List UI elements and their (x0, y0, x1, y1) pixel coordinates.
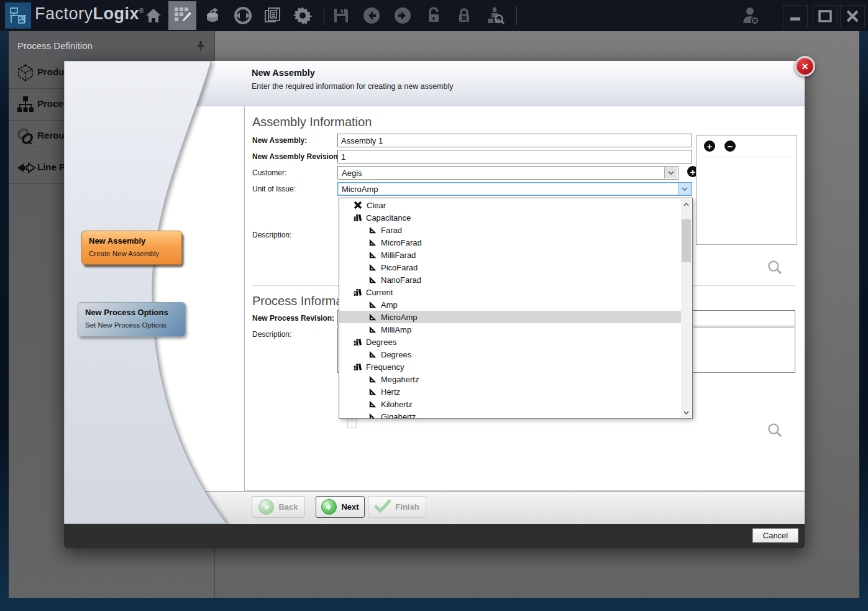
product-cube-icon (16, 63, 35, 82)
unit-icon (367, 349, 377, 359)
nav-forward-icon[interactable] (391, 5, 414, 26)
dropdown-item[interactable]: Capacitance (339, 211, 682, 224)
search-icon[interactable] (767, 259, 783, 275)
pin-icon[interactable] (194, 40, 207, 52)
scrollbar-thumb[interactable] (682, 219, 691, 262)
dropdown-item-label: Current (366, 288, 393, 297)
maximize-icon[interactable] (813, 5, 838, 27)
minimize-icon[interactable] (783, 5, 808, 27)
step-title: New Assembly (89, 236, 145, 246)
new-assembly-revision-input[interactable] (337, 150, 692, 163)
assembly-description-label: Description: (252, 231, 291, 239)
new-assembly-revision-label: New Assembly Revision: (252, 152, 340, 161)
customer-combobox[interactable]: Aegis (337, 166, 678, 180)
dropdown-scrollbar[interactable] (681, 199, 692, 418)
title-bar: FactoryLogix® (0, 0, 868, 31)
step-subtitle: Set New Process Options (85, 321, 167, 329)
scroll-down-icon[interactable] (681, 407, 692, 418)
unit-icon (367, 250, 377, 260)
home-icon[interactable] (142, 5, 165, 26)
wizard-title: New Assembly (252, 68, 315, 78)
unit-icon (367, 411, 377, 419)
unit-of-issue-label: Unit of Issue: (252, 185, 296, 193)
finish-button[interactable]: Finish (368, 496, 426, 518)
dropdown-item-label: MicroFarad (381, 238, 422, 247)
chevron-down-icon[interactable] (664, 167, 677, 178)
back-button[interactable]: Back (252, 496, 305, 518)
dropdown-item[interactable]: MilliFarad (339, 249, 682, 261)
customer-label: Customer: (252, 168, 286, 177)
dropdown-item-label: MicroAmp (381, 313, 418, 322)
dropdown-item[interactable]: Amp (339, 298, 682, 311)
unlock-icon[interactable] (423, 5, 445, 26)
dropdown-item-label: Megahertz (381, 375, 419, 384)
cancel-button[interactable]: Cancel (752, 528, 798, 543)
wizard-button-bar (64, 491, 805, 525)
wizard-footer-bar (64, 524, 805, 548)
user-logout-icon[interactable] (739, 5, 762, 26)
unit-icon (367, 374, 377, 384)
dropdown-item[interactable]: Frequency (339, 361, 682, 373)
unit-icon (367, 275, 377, 285)
settings-gear-icon[interactable] (291, 5, 314, 26)
dropdown-item-label: Farad (381, 226, 402, 235)
dialog-close-icon[interactable]: ✕ (795, 56, 815, 76)
search-icon[interactable] (767, 422, 783, 438)
dropdown-item[interactable]: Hertz (339, 385, 682, 398)
dropdown-item-label: Degrees (366, 338, 396, 347)
back-arrow-icon (258, 499, 274, 515)
scroll-up-icon[interactable] (681, 199, 692, 209)
unit-category-icon (352, 337, 362, 347)
dropdown-item-label: Degrees (381, 350, 411, 359)
dropdown-item[interactable]: Megahertz (339, 373, 682, 385)
dropdown-item[interactable]: Clear (339, 199, 682, 211)
chevron-down-icon[interactable] (678, 183, 691, 195)
assembly-information-title: Assembly Information (252, 115, 372, 129)
wizard-step-new-process-options[interactable]: New Process Options Set New Process Opti… (78, 302, 186, 337)
dropdown-item[interactable]: MicroFarad (339, 236, 682, 249)
sync-icon[interactable] (232, 5, 254, 26)
dropdown-item[interactable]: Degrees (339, 336, 682, 348)
process-tree-icon (16, 95, 35, 114)
wizard-step-new-assembly[interactable]: New Assembly Create New Assembly (81, 231, 182, 265)
dropdown-item-label: Gigahertz (381, 412, 416, 420)
dropdown-item[interactable]: Farad (339, 224, 682, 236)
dropdown-item[interactable]: Gigahertz (339, 410, 682, 419)
dropdown-item-label: PicoFarad (381, 263, 418, 272)
add-item-button[interactable]: + (704, 140, 715, 152)
dropdown-item[interactable]: Current (339, 286, 682, 298)
nav-back-icon[interactable] (360, 5, 383, 26)
dropdown-item[interactable]: MicroAmp (339, 311, 682, 323)
dropdown-item[interactable]: NanoFarad (339, 273, 682, 286)
materials-icon[interactable] (201, 5, 224, 26)
process-design-icon[interactable] (171, 5, 194, 26)
next-button[interactable]: Next (316, 496, 365, 518)
documents-icon[interactable] (262, 5, 284, 26)
close-icon[interactable] (840, 5, 865, 27)
checkbox[interactable] (347, 419, 357, 428)
unit-of-issue-combobox[interactable]: MicroAmp (337, 182, 692, 196)
dropdown-item-label: NanoFarad (381, 275, 421, 285)
remove-item-button[interactable]: − (724, 140, 736, 152)
process-search-icon[interactable] (484, 5, 506, 26)
unit-icon (367, 237, 377, 247)
dropdown-item-label: Kilohertz (381, 400, 413, 409)
clear-icon (353, 200, 363, 210)
new-process-revision-label: New Process Revision: (252, 314, 334, 323)
dropdown-item[interactable]: Degrees (339, 348, 682, 361)
dropdown-item[interactable]: PicoFarad (339, 261, 682, 273)
process-description-label: Description: (252, 330, 291, 339)
dropdown-item-label: MilliAmp (381, 325, 411, 334)
new-assembly-input[interactable] (337, 134, 692, 147)
dropdown-item[interactable]: Kilohertz (339, 398, 682, 410)
dropdown-item[interactable]: MilliAmp (339, 323, 682, 336)
lock-remove-icon[interactable] (453, 5, 475, 26)
save-icon[interactable] (330, 5, 352, 26)
chain-links-icon (16, 127, 35, 145)
step-title: New Process Options (85, 308, 168, 317)
unit-icon (367, 387, 377, 397)
customer-value: Aegis (342, 168, 362, 178)
dropdown-item-label: Hertz (381, 387, 400, 397)
unit-icon (367, 262, 377, 272)
app-title: FactoryLogix® (35, 4, 144, 24)
